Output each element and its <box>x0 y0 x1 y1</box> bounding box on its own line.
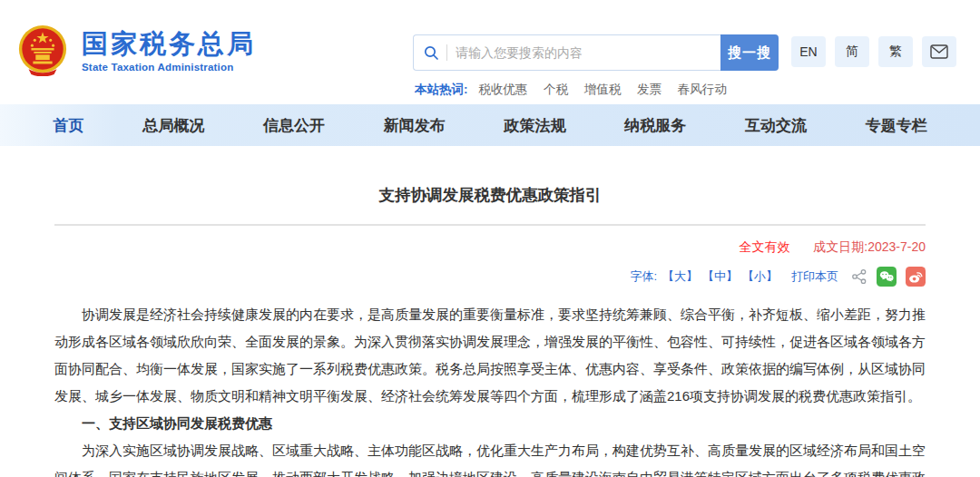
search-input-wrap <box>413 34 720 71</box>
hot-word-link[interactable]: 发票 <box>637 83 662 96</box>
font-large-button[interactable]: 【大】 <box>662 268 698 285</box>
weibo-icon <box>906 267 926 287</box>
search-area: 搜一搜 <box>413 34 779 71</box>
site-title-cn: 国家税务总局 <box>82 28 256 59</box>
paragraph: 协调发展是经济社会持续健康发展的内在要求，是高质量发展的重要衡量标准，要求坚持统… <box>54 301 926 410</box>
national-emblem-icon <box>16 24 69 76</box>
hot-word-link[interactable]: 春风行动 <box>678 83 727 96</box>
document-date: 成文日期:2023-7-20 <box>813 239 926 254</box>
language-switcher: EN 简 繁 <box>791 36 956 67</box>
site-title-en: State Taxation Administration <box>82 62 256 73</box>
font-size-label: 字体: <box>630 268 657 285</box>
hot-words-label: 本站热词: <box>415 83 468 96</box>
hot-word-link[interactable]: 增值税 <box>584 83 622 96</box>
main-nav: 首页 总局概况 信息公开 新闻发布 政策法规 纳税服务 互动交流 专题专栏 <box>0 104 980 146</box>
nav-item-news[interactable]: 新闻发布 <box>384 115 446 136</box>
lang-en-button[interactable]: EN <box>791 36 826 67</box>
search-divider <box>446 44 447 61</box>
envelope-icon <box>930 44 948 59</box>
wechat-icon <box>877 267 897 287</box>
hot-words-bar: 本站热词: 税收优惠 个税 增值税 发票 春风行动 <box>415 82 740 98</box>
lang-traditional-button[interactable]: 繁 <box>878 36 913 67</box>
share-nodes-icon <box>851 268 867 285</box>
share-button[interactable] <box>851 268 867 285</box>
site-logo[interactable]: 国家税务总局 State Taxation Administration <box>16 24 256 76</box>
print-page-button[interactable]: 打印本页 <box>791 268 838 285</box>
nav-item-interaction[interactable]: 互动交流 <box>745 115 807 136</box>
search-box: 搜一搜 <box>413 34 779 71</box>
brand-text: 国家税务总局 State Taxation Administration <box>82 28 256 73</box>
article-body: 协调发展是经济社会持续健康发展的内在要求，是高质量发展的重要衡量标准，要求坚持统… <box>54 301 926 477</box>
font-medium-button[interactable]: 【中】 <box>702 268 738 285</box>
paragraph: 为深入实施区域协调发展战略、区域重大战略、主体功能区战略，优化重大生产力布局，构… <box>54 437 926 477</box>
nav-item-special-topics[interactable]: 专题专栏 <box>866 115 927 136</box>
nav-item-overview[interactable]: 总局概况 <box>142 115 204 136</box>
hot-word-link[interactable]: 个税 <box>544 83 568 96</box>
site-header: 国家税务总局 State Taxation Administration 搜一搜… <box>0 0 980 104</box>
search-input[interactable] <box>456 45 711 60</box>
search-icon <box>423 44 439 61</box>
article-title: 支持协调发展税费优惠政策指引 <box>54 184 926 226</box>
section-heading: 一、支持区域协同发展税费优惠 <box>54 410 926 437</box>
nav-item-info-disclosure[interactable]: 信息公开 <box>263 115 325 136</box>
weibo-share-button[interactable] <box>906 267 926 287</box>
search-button[interactable]: 搜一搜 <box>720 34 779 71</box>
validity-badge: 全文有效 <box>739 239 789 254</box>
nav-item-policy[interactable]: 政策法规 <box>504 115 565 136</box>
wechat-share-button[interactable] <box>877 267 897 287</box>
nav-item-tax-service[interactable]: 纳税服务 <box>624 115 686 136</box>
font-small-button[interactable]: 【小】 <box>742 268 778 285</box>
article-content: 支持协调发展税费优惠政策指引 全文有效 成文日期:2023-7-20 字体: 【… <box>0 184 980 477</box>
mail-button[interactable] <box>922 36 956 67</box>
article-toolbar: 字体: 【大】 【中】 【小】 打印本页 <box>54 267 926 287</box>
lang-simplified-button[interactable]: 简 <box>835 36 869 67</box>
nav-item-home[interactable]: 首页 <box>53 115 83 136</box>
article-meta-status: 全文有效 成文日期:2023-7-20 <box>54 239 926 256</box>
hot-word-link[interactable]: 税收优惠 <box>478 83 527 96</box>
